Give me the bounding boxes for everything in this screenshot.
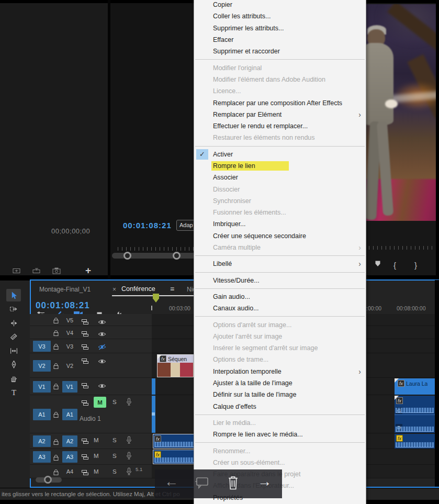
- target-track-a3[interactable]: A3: [62, 451, 77, 463]
- target-track-v5[interactable]: V5: [62, 316, 77, 324]
- menu-item-rompre-le-lien[interactable]: Rompre le lien: [194, 160, 366, 172]
- audio-clip-a2-right[interactable]: fx: [395, 434, 435, 449]
- menu-item-vitesse-dur-e[interactable]: Vitesse/Durée...: [194, 275, 366, 286]
- source-patch-v2[interactable]: V2: [33, 360, 51, 372]
- forward-arrow-icon[interactable]: →: [257, 474, 272, 490]
- source-patch-a3[interactable]: A3: [33, 451, 51, 463]
- target-track-v3[interactable]: V3: [62, 341, 77, 352]
- track-options-icon[interactable]: [81, 453, 89, 462]
- menu-item-activer[interactable]: ✓Activer: [194, 149, 366, 160]
- menu-item-coller-les-attributs[interactable]: Coller les attributs...: [194, 10, 366, 22]
- comment-icon[interactable]: [195, 477, 209, 491]
- track-header-a2[interactable]: A2A2MS: [30, 433, 152, 449]
- voiceover-mic-icon[interactable]: [126, 398, 132, 408]
- menu-item-associer[interactable]: Associer: [194, 172, 366, 183]
- toggle-track-output-icon[interactable]: [98, 330, 106, 339]
- mute-button[interactable]: M: [94, 397, 106, 408]
- timeline-timecode[interactable]: 00:01:08:21: [36, 300, 90, 311]
- tab-montage-final[interactable]: Montage-Final_V1: [39, 286, 91, 293]
- menu-item-supprimer-les-attributs[interactable]: Supprimer les attributs...: [194, 23, 366, 34]
- lock-icon[interactable]: [53, 362, 59, 372]
- audio-clip-stereo[interactable]: fx G D: [395, 396, 435, 433]
- track-options-icon[interactable]: [81, 343, 89, 352]
- lock-icon[interactable]: [53, 411, 59, 420]
- voiceover-mic-icon[interactable]: [126, 467, 132, 477]
- lock-icon[interactable]: [53, 438, 59, 447]
- toggle-track-output-icon[interactable]: [98, 357, 106, 366]
- voiceover-mic-icon[interactable]: [126, 436, 132, 446]
- lock-icon[interactable]: [53, 454, 59, 463]
- track-options-icon[interactable]: [81, 330, 89, 339]
- track-header-v4[interactable]: V4: [30, 326, 152, 339]
- target-track-a2[interactable]: A2: [62, 435, 77, 447]
- lock-icon[interactable]: [53, 383, 59, 392]
- source-patch-v3[interactable]: V3: [33, 341, 51, 352]
- menu-item-libell[interactable]: Libellé›: [194, 258, 366, 270]
- pen-tool[interactable]: [6, 359, 21, 371]
- track-options-icon[interactable]: [81, 399, 89, 408]
- type-tool[interactable]: T: [6, 386, 21, 399]
- mark-in-icon[interactable]: {: [393, 261, 396, 270]
- panel-menu-icon[interactable]: ≡: [170, 285, 174, 293]
- mute-button[interactable]: M: [94, 453, 99, 459]
- mute-button[interactable]: M: [94, 468, 99, 475]
- target-track-v1[interactable]: V1: [62, 381, 77, 393]
- menu-item-gain-audio[interactable]: Gain audio...: [194, 291, 366, 303]
- video-clip-laura[interactable]: fx Laura La: [395, 378, 435, 395]
- target-track-a1[interactable]: A1: [62, 409, 77, 420]
- menu-item-effacer[interactable]: Effacer: [194, 34, 366, 46]
- hand-tool[interactable]: [6, 372, 21, 385]
- track-options-icon[interactable]: [81, 357, 89, 366]
- scrollbar-handle[interactable]: [44, 476, 52, 484]
- slip-tool[interactable]: [6, 344, 21, 357]
- menu-item-copier[interactable]: Copier: [194, 0, 366, 10]
- source-patch-v1[interactable]: V1: [33, 381, 51, 393]
- solo-button[interactable]: S: [112, 399, 117, 405]
- ripple-edit-tool[interactable]: [6, 317, 21, 329]
- source-patch-a2[interactable]: A2: [33, 435, 51, 447]
- extract-icon[interactable]: [32, 267, 41, 276]
- track-header-a3[interactable]: A3A3MS: [30, 449, 152, 465]
- video-clip-edge[interactable]: [152, 378, 155, 395]
- export-frame-camera-icon[interactable]: [52, 267, 61, 276]
- mark-out-icon[interactable]: }: [414, 261, 417, 270]
- add-marker-icon[interactable]: [375, 260, 381, 268]
- menu-item-canaux-audio[interactable]: Canaux audio...: [194, 303, 366, 314]
- program-zoom-scrollbar[interactable]: [112, 253, 196, 259]
- track-header-v5[interactable]: V5: [30, 314, 152, 326]
- tab-conference[interactable]: Conférence: [121, 285, 155, 293]
- source-patch-a1[interactable]: A1: [33, 409, 51, 420]
- keyframe-marker[interactable]: [152, 412, 155, 416]
- target-track-v4[interactable]: V4: [62, 328, 77, 338]
- lock-icon[interactable]: [53, 329, 59, 339]
- track-select-tool[interactable]: [6, 303, 21, 316]
- zoom-handle-right[interactable]: [173, 252, 181, 260]
- track-header-v3[interactable]: V3V3: [30, 339, 152, 353]
- track-header-v1[interactable]: V1V1: [30, 378, 152, 395]
- menu-item-calque-d-effets[interactable]: Calque d'effets: [194, 401, 366, 412]
- mute-button[interactable]: M: [94, 437, 99, 443]
- menu-item-remplacer-par-el-ment[interactable]: Remplacer par Elément›: [194, 109, 366, 120]
- menu-item-d-finir-sur-la-taille-de-l-image[interactable]: Définir sur la taille de l'image: [194, 389, 366, 400]
- solo-button[interactable]: S: [112, 437, 117, 443]
- target-track-a4[interactable]: A4: [62, 466, 77, 477]
- menu-item-remplacer-par-une-composition-after-effects[interactable]: Remplacer par une composition After Effe…: [194, 97, 366, 108]
- zoom-handle-left[interactable]: [123, 252, 131, 260]
- menu-item-effectuer-le-rendu-et-remplacer[interactable]: Effectuer le rendu et remplacer...: [194, 120, 366, 132]
- lock-icon[interactable]: [53, 468, 59, 478]
- button-editor-plus-icon[interactable]: +: [85, 265, 91, 276]
- back-arrow-icon[interactable]: ←: [164, 474, 178, 490]
- lift-icon[interactable]: [13, 267, 21, 276]
- menu-item-imbriquer[interactable]: Imbriquer...: [194, 218, 366, 230]
- lock-icon[interactable]: [53, 343, 59, 352]
- track-options-icon[interactable]: [81, 468, 89, 478]
- menu-item-interpolation-temporelle[interactable]: Interpolation temporelle›: [194, 366, 366, 377]
- selection-tool[interactable]: [6, 289, 21, 301]
- solo-button[interactable]: S: [112, 453, 117, 459]
- track-options-icon[interactable]: [81, 437, 89, 446]
- track-header-a1[interactable]: A1A1MSAudio 1: [30, 395, 152, 433]
- target-track-v2[interactable]: V2: [62, 360, 77, 372]
- menu-item-ajuster-la-taille-de-l-image[interactable]: Ajuster à la taille de l'image: [194, 377, 366, 389]
- track-options-icon[interactable]: [81, 382, 89, 391]
- close-tab-icon[interactable]: ×: [112, 286, 116, 293]
